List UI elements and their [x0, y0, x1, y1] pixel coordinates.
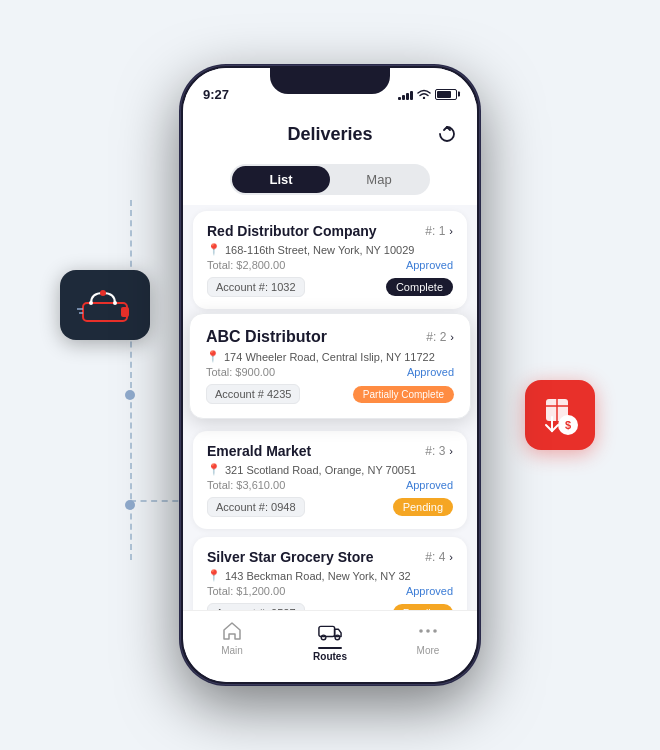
segment-map[interactable]: Map — [330, 166, 428, 193]
pin-icon-1: 📍 — [207, 243, 221, 256]
status-icons — [398, 89, 457, 100]
segment-control: List Map — [183, 158, 477, 205]
approval-status-1: Approved — [406, 259, 453, 271]
card-number-3: #: 3 › — [425, 444, 453, 458]
nav-label-routes: Routes — [313, 651, 347, 662]
route-dot-3 — [125, 500, 135, 510]
app-header: Deliveries — [183, 112, 477, 158]
segment-list[interactable]: List — [232, 166, 330, 193]
card-number-2: #: 2 › — [426, 330, 454, 344]
account-badge-1: Account #: 1032 — [207, 277, 305, 297]
approval-status-3: Approved — [406, 479, 453, 491]
route-card-icon — [75, 283, 135, 327]
wifi-icon — [417, 89, 431, 99]
card-number-1: #: 1 › — [425, 224, 453, 238]
card-address-4: 143 Beckman Road, New York, NY 32 — [225, 570, 411, 582]
svg-rect-16 — [319, 626, 335, 636]
pin-icon-4: 📍 — [207, 569, 221, 582]
truck-icon — [318, 619, 342, 643]
more-icon — [416, 619, 440, 643]
pin-icon-3: 📍 — [207, 463, 221, 476]
delivery-card-icon: $ — [538, 393, 582, 437]
approval-status-2: Approved — [407, 366, 454, 378]
delivery-card-1[interactable]: Red Distributor Company #: 1 › 📍 168-116… — [193, 211, 467, 309]
nav-label-main: Main — [221, 645, 243, 656]
svg-point-19 — [419, 629, 423, 633]
status-time: 9:27 — [203, 87, 229, 102]
card-total-3: Total: $3,610.00 — [207, 479, 285, 491]
right-delivery-card: $ — [525, 380, 595, 450]
phone-screen: 9:27 — [183, 68, 477, 682]
nav-item-main[interactable]: Main — [202, 619, 262, 656]
refresh-icon — [437, 124, 457, 144]
svg-text:$: $ — [565, 419, 571, 431]
svg-point-20 — [426, 629, 430, 633]
segment-inner: List Map — [230, 164, 430, 195]
card-total-2: Total: $900.00 — [206, 366, 275, 378]
card-address-1: 168-116th Street, New York, NY 10029 — [225, 244, 414, 256]
refresh-button[interactable] — [433, 120, 461, 148]
svg-point-21 — [433, 629, 437, 633]
card-name-3: Emerald Market — [207, 443, 311, 459]
account-badge-2: Account # 4235 — [206, 384, 300, 404]
svg-point-2 — [89, 301, 93, 305]
nav-label-more: More — [417, 645, 440, 656]
approval-status-4: Approved — [406, 585, 453, 597]
deliveries-list[interactable]: Red Distributor Company #: 1 › 📍 168-116… — [183, 205, 477, 639]
status-badge-3: Pending — [393, 498, 453, 516]
card-name-1: Red Distributor Company — [207, 223, 377, 239]
card-total-1: Total: $2,800.00 — [207, 259, 285, 271]
delivery-card-3[interactable]: Emerald Market #: 3 › 📍 321 Scotland Roa… — [193, 431, 467, 529]
route-dot-2 — [125, 390, 135, 400]
app-title: Deliveries — [227, 124, 433, 145]
card-number-4: #: 4 › — [425, 550, 453, 564]
card-address-3: 321 Scotland Road, Orange, NY 70051 — [225, 464, 416, 476]
nav-active-indicator — [318, 647, 342, 649]
svg-rect-0 — [83, 303, 127, 321]
nav-item-more[interactable]: More — [398, 619, 458, 656]
account-badge-3: Account #: 0948 — [207, 497, 305, 517]
signal-icon — [398, 89, 413, 100]
status-badge-1: Complete — [386, 278, 453, 296]
card-name-4: Silver Star Grocery Store — [207, 549, 374, 565]
battery-icon — [435, 89, 457, 100]
phone-notch — [270, 68, 390, 94]
card-address-2: 174 Wheeler Road, Central Islip, NY 1172… — [224, 351, 435, 363]
status-badge-2: Partially Complete — [353, 386, 454, 403]
svg-rect-6 — [121, 307, 129, 317]
home-icon — [220, 619, 244, 643]
pin-icon-2: 📍 — [206, 350, 220, 363]
card-total-4: Total: $1,200.00 — [207, 585, 285, 597]
svg-point-1 — [100, 290, 106, 296]
scene: $ 9:27 — [0, 0, 660, 750]
nav-item-routes[interactable]: Routes — [300, 619, 360, 662]
left-route-card — [60, 270, 150, 340]
card-name-2: ABC Distributor — [206, 328, 327, 346]
svg-point-3 — [113, 301, 117, 305]
svg-point-13 — [423, 97, 425, 99]
delivery-card-2[interactable]: ABC Distributor #: 2 › 📍 174 Wheeler Roa… — [189, 313, 471, 419]
bottom-nav: Main Routes — [183, 610, 477, 682]
phone-frame: 9:27 — [180, 65, 480, 685]
